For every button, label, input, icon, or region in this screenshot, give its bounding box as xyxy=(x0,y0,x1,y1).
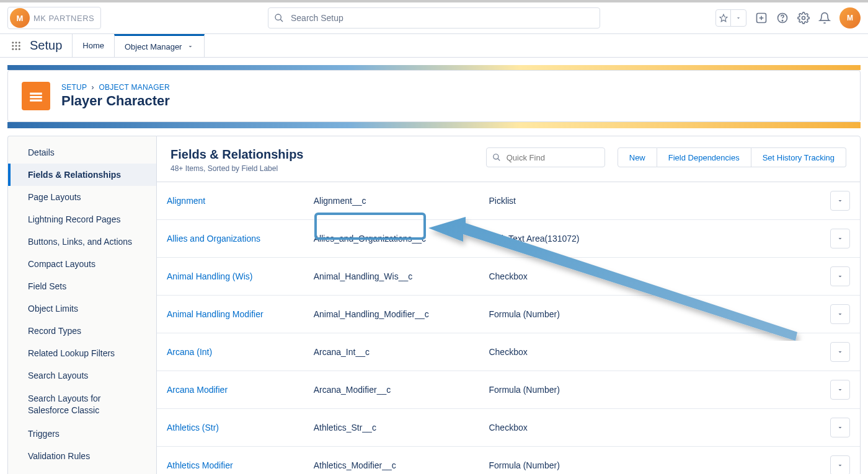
table-row: Athletics (Str)Athletics_Str__cCheckbox xyxy=(157,409,860,447)
field-label-link[interactable]: Athletics (Str) xyxy=(167,423,219,432)
sidebar-item-details[interactable]: Details xyxy=(8,141,156,164)
object-sidebar: Details Fields & Relationships Page Layo… xyxy=(7,136,156,474)
global-search-input[interactable] xyxy=(268,7,600,29)
svg-point-9 xyxy=(12,42,14,43)
row-menu-button[interactable] xyxy=(830,304,850,324)
header-button-group: New Field Dependencies Set History Track… xyxy=(618,147,846,167)
quick-find-input[interactable] xyxy=(486,147,605,167)
field-actions-cell xyxy=(820,258,860,296)
breadcrumb: SETUP › OBJECT MANAGER xyxy=(61,83,170,92)
sidebar-item-field-sets[interactable]: Field Sets xyxy=(8,275,156,297)
add-tab-icon[interactable] xyxy=(755,12,768,24)
table-row: AlignmentAlignment__cPicklist xyxy=(157,182,860,220)
fields-table: AlignmentAlignment__cPicklistAllies and … xyxy=(157,182,860,474)
main-actions: New Field Dependencies Set History Track… xyxy=(486,147,846,167)
table-row: Arcana ModifierArcana_Modifier__cFormula… xyxy=(157,371,860,409)
sidebar-item-validation-rules[interactable]: Validation Rules xyxy=(8,445,156,467)
chevron-down-icon xyxy=(836,462,844,469)
field-label-cell: Athletics Modifier xyxy=(157,447,304,475)
field-dependencies-button[interactable]: Field Dependencies xyxy=(657,147,751,167)
search-icon xyxy=(492,153,501,162)
field-label-link[interactable]: Allies and Organizations xyxy=(167,234,260,244)
row-menu-button[interactable] xyxy=(830,342,850,362)
field-label-link[interactable]: Alignment xyxy=(167,196,205,206)
star-icon xyxy=(716,10,731,26)
sidebar-item-fields[interactable]: Fields & Relationships xyxy=(8,164,156,186)
chevron-down-icon xyxy=(836,273,844,280)
sidebar-item-object-limits[interactable]: Object Limits xyxy=(8,297,156,320)
breadcrumb-setup[interactable]: SETUP xyxy=(61,83,87,92)
page-header-card: SETUP › OBJECT MANAGER Player Character xyxy=(7,70,861,122)
sidebar-item-related-lookup[interactable]: Related Lookup Filters xyxy=(8,342,156,364)
nav-app-title: Setup xyxy=(25,34,72,57)
sidebar-item-page-layouts[interactable]: Page Layouts xyxy=(8,186,156,208)
brand-logo: M xyxy=(10,8,30,28)
field-label-link[interactable]: Arcana (Int) xyxy=(167,347,212,357)
help-icon[interactable] xyxy=(776,12,789,24)
svg-point-18 xyxy=(494,154,498,159)
favorites-button[interactable] xyxy=(715,9,746,27)
sidebar-item-search-layouts[interactable]: Search Layouts xyxy=(8,364,156,387)
svg-point-12 xyxy=(12,45,14,46)
row-menu-button[interactable] xyxy=(830,455,850,474)
field-api-cell: Allies_and_Organizations__c xyxy=(304,220,479,258)
field-label-cell: Animal Handling Modifier xyxy=(157,296,304,333)
field-type-cell: Rich Text Area(131072) xyxy=(479,220,820,258)
chevron-down-icon xyxy=(836,310,844,318)
app-launcher-icon[interactable] xyxy=(7,34,25,57)
nav-object-manager-label: Object Manager xyxy=(125,42,182,51)
chevron-down-icon xyxy=(187,43,194,50)
row-menu-button[interactable] xyxy=(830,380,850,400)
page-banner-wrap: SETUP › OBJECT MANAGER Player Character xyxy=(0,58,868,136)
field-label-link[interactable]: Arcana Modifier xyxy=(167,385,228,395)
field-label-cell: Arcana Modifier xyxy=(157,371,304,409)
field-label-link[interactable]: Animal Handling (Wis) xyxy=(167,271,252,281)
chevron-down-icon xyxy=(836,348,844,356)
field-label-cell: Allies and Organizations xyxy=(157,220,304,258)
field-label-cell: Animal Handling (Wis) xyxy=(157,258,304,296)
field-label-cell: Athletics (Str) xyxy=(157,409,304,447)
new-button[interactable]: New xyxy=(618,147,657,167)
gear-icon[interactable] xyxy=(797,12,810,24)
nav-object-manager[interactable]: Object Manager xyxy=(114,34,205,57)
sidebar-item-compact-layouts[interactable]: Compact Layouts xyxy=(8,253,156,275)
breadcrumb-separator: › xyxy=(89,83,97,92)
sidebar-item-buttons-links[interactable]: Buttons, Links, and Actions xyxy=(8,230,156,253)
field-label-cell: Alignment xyxy=(157,182,304,220)
object-icon xyxy=(22,82,50,110)
brand-box[interactable]: M MK PARTNERS xyxy=(7,7,101,29)
sidebar-item-triggers[interactable]: Triggers xyxy=(8,423,156,445)
row-menu-button[interactable] xyxy=(830,266,850,286)
field-actions-cell xyxy=(820,220,860,258)
breadcrumb-object-manager[interactable]: OBJECT MANAGER xyxy=(99,83,170,92)
field-actions-cell xyxy=(820,447,860,475)
field-type-cell: Formula (Number) xyxy=(479,296,820,333)
page-title: Player Character xyxy=(61,93,170,109)
field-actions-cell xyxy=(820,296,860,333)
nav-home[interactable]: Home xyxy=(72,34,114,57)
svg-line-19 xyxy=(498,159,500,160)
svg-line-1 xyxy=(280,19,283,22)
fields-table-wrap: AlignmentAlignment__cPicklistAllies and … xyxy=(157,182,860,474)
chevron-down-icon xyxy=(836,197,844,204)
page-banner: SETUP › OBJECT MANAGER Player Character xyxy=(7,65,861,128)
field-type-cell: Checkbox xyxy=(479,409,820,447)
page-header-text: SETUP › OBJECT MANAGER Player Character xyxy=(61,83,170,109)
chevron-down-icon xyxy=(836,235,844,242)
avatar[interactable]: M xyxy=(839,7,861,29)
field-api-cell: Arcana_Int__c xyxy=(304,333,479,371)
sidebar-item-record-types[interactable]: Record Types xyxy=(8,320,156,342)
notifications-icon[interactable] xyxy=(818,12,831,24)
row-menu-button[interactable] xyxy=(830,418,850,437)
context-nav: Setup Home Object Manager xyxy=(0,34,868,58)
sidebar-item-search-layouts-classic[interactable]: Search Layouts for Salesforce Classic xyxy=(8,387,156,423)
field-label-link[interactable]: Athletics Modifier xyxy=(167,460,233,470)
field-type-cell: Checkbox xyxy=(479,258,820,296)
row-menu-button[interactable] xyxy=(830,191,850,211)
field-api-cell: Alignment__c xyxy=(304,182,479,220)
set-history-tracking-button[interactable]: Set History Tracking xyxy=(751,147,846,167)
sidebar-item-lightning-pages[interactable]: Lightning Record Pages xyxy=(8,208,156,230)
field-label-link[interactable]: Animal Handling Modifier xyxy=(167,309,264,319)
row-menu-button[interactable] xyxy=(830,229,850,248)
content-layout: Details Fields & Relationships Page Layo… xyxy=(0,136,868,474)
